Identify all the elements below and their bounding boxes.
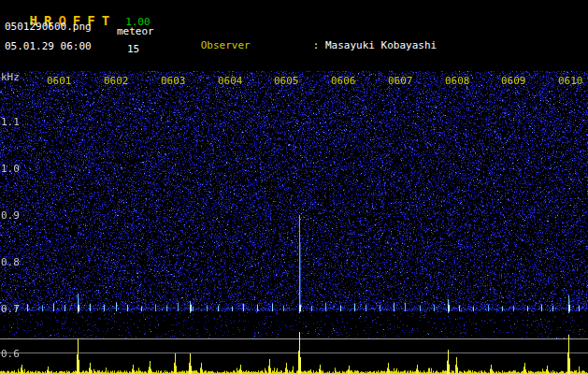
freq-tick-0-6: 0.6	[1, 348, 20, 360]
time-tick-0605: 0605	[274, 75, 299, 87]
time-tick-0604: 0604	[218, 75, 243, 87]
output-filename: 0501290600.png	[5, 21, 92, 33]
observation-datetime: 05.01.29 06:00	[5, 40, 92, 52]
hrofft-screen: HROFFT1.00 0501290600.png meteor 05.01.2…	[0, 0, 588, 374]
freq-axis-unit: kHz	[1, 71, 20, 83]
title-letter: T	[102, 13, 109, 28]
freq-tick-1-1: 1.1	[1, 116, 20, 128]
mode-label: meteor	[117, 25, 154, 37]
time-tick-0602: 0602	[104, 75, 129, 87]
info-row-observer: Observer: Masayuki Kobayashi	[164, 27, 588, 39]
time-tick-0609: 0609	[501, 75, 526, 87]
freq-tick-0-8: 0.8	[1, 256, 20, 268]
echo-count: 15	[127, 43, 139, 55]
info-value: : Masayuki Kobayashi	[313, 39, 437, 51]
time-tick-0607: 0607	[388, 75, 413, 87]
spectrogram-canvas	[0, 71, 588, 374]
time-tick-0603: 0603	[161, 75, 186, 87]
freq-tick-0-7: 0.7	[1, 303, 20, 315]
freq-tick-0-9: 0.9	[1, 209, 20, 222]
time-tick-0606: 0606	[331, 75, 356, 87]
info-label: Observer	[201, 39, 313, 51]
time-tick-0608: 0608	[445, 75, 470, 87]
time-tick-0601: 0601	[47, 75, 72, 87]
freq-tick-1-0: 1.0	[1, 163, 20, 175]
time-tick-0610: 0610	[558, 75, 583, 87]
